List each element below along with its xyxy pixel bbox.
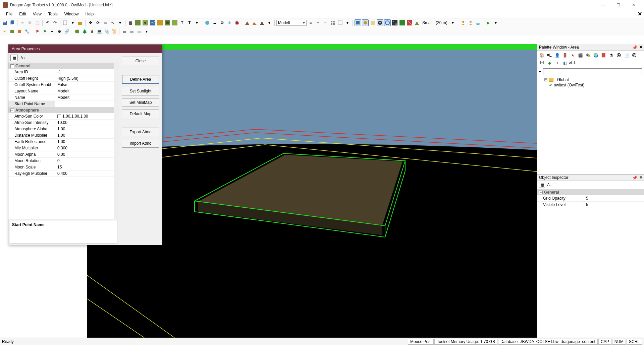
gear2-icon[interactable]: ⚙ <box>56 28 63 35</box>
cloud-icon[interactable]: ☁ <box>211 19 218 26</box>
minimize-button[interactable]: — <box>595 0 610 10</box>
paste-icon[interactable]: 📋 <box>34 19 41 26</box>
view-mode-3-icon[interactable] <box>369 19 376 26</box>
set-sunlight-button[interactable]: Set Sunlight <box>122 87 159 95</box>
alphabetical-icon[interactable]: A↓ <box>546 182 552 188</box>
minus-icon[interactable]: − <box>322 19 329 26</box>
menu-window[interactable]: Window <box>61 11 82 17</box>
layout-combo[interactable]: Modelt <box>276 20 307 26</box>
obj-3-icon[interactable] <box>136 28 143 35</box>
categorized-icon[interactable]: ▦ <box>10 55 18 61</box>
palette-home-icon[interactable]: 🏠 <box>538 52 545 59</box>
inspector-cat-general[interactable]: − General <box>537 189 644 195</box>
mountain-1-icon[interactable] <box>244 19 251 26</box>
terrain-5-icon[interactable] <box>164 19 171 26</box>
trash-icon[interactable] <box>127 19 134 26</box>
palette-diamond-icon[interactable]: ◆ <box>546 60 553 66</box>
mountain-2-icon[interactable] <box>251 19 258 26</box>
link-icon[interactable]: 🔗 <box>63 28 70 35</box>
palette-star-icon[interactable]: ★ <box>569 52 576 59</box>
categorized-icon[interactable]: ▦ <box>539 182 545 188</box>
palette-door-icon[interactable]: 🚪 <box>561 52 568 59</box>
default-map-button[interactable]: Default Map <box>122 110 159 118</box>
box-orange-icon[interactable] <box>16 28 23 35</box>
menu-edit[interactable]: Edit <box>16 11 30 17</box>
close-button[interactable]: Close <box>122 57 159 65</box>
set-minimap-button[interactable]: Set MiniMap <box>122 98 159 107</box>
sparkle-icon[interactable]: ✦ <box>49 28 55 35</box>
view-mode-8-icon[interactable] <box>406 19 413 26</box>
terrain-3-icon[interactable] <box>149 19 156 26</box>
monitor-icon[interactable]: 🖥 <box>89 28 95 35</box>
palette-rl-icon[interactable]: RL <box>546 52 553 59</box>
select-icon[interactable]: ▭ <box>102 19 109 26</box>
open-icon[interactable]: ▾ <box>69 19 76 26</box>
move-icon[interactable]: ✥ <box>87 19 94 26</box>
size-dropdown-icon[interactable]: ▾ <box>449 19 456 26</box>
view-mode-9-icon[interactable] <box>414 19 420 26</box>
palette-book-icon[interactable]: 📕 <box>600 52 607 59</box>
pin-icon[interactable]: 📌 <box>632 45 637 50</box>
redo-icon[interactable]: ↷ <box>52 19 58 26</box>
terrain-4-icon[interactable] <box>157 19 163 26</box>
palette-tree-owltest[interactable]: ✔ owltest (OwlTest) <box>539 82 642 88</box>
define-area-button[interactable]: Define Area <box>122 75 159 84</box>
plus-icon[interactable]: + <box>315 19 321 26</box>
pin-icon[interactable]: 📌 <box>632 176 637 180</box>
palette-a-icon[interactable]: Ⓐ <box>615 52 622 59</box>
script-icon[interactable]: 📜 <box>111 28 117 35</box>
collapse-icon[interactable]: − <box>10 109 14 112</box>
menu-help[interactable]: Help <box>82 11 97 17</box>
chevron-down-icon[interactable]: ▾ <box>539 69 541 74</box>
scrollbar[interactable] <box>114 63 119 219</box>
save-icon[interactable] <box>1 19 8 26</box>
palette-film-icon[interactable]: 🎞 <box>538 60 545 66</box>
pointer-icon[interactable]: ↖ <box>109 19 116 26</box>
dropdown-3-icon[interactable]: ▾ <box>266 19 273 26</box>
grid-icon[interactable] <box>329 19 336 26</box>
palette-mask-icon[interactable]: 🎭 <box>585 52 591 59</box>
view-mode-5-icon[interactable] <box>384 19 391 26</box>
undo-icon[interactable]: ↶ <box>44 19 51 26</box>
palette-music-icon[interactable]: ♪ <box>554 60 560 66</box>
terrain-6-icon[interactable] <box>171 19 178 26</box>
snowflake-icon[interactable]: ❄ <box>226 19 233 26</box>
cut-icon[interactable]: ✂ <box>19 19 26 26</box>
collapse-icon[interactable]: − <box>539 191 543 194</box>
view-mode-1-icon[interactable] <box>355 19 361 26</box>
clip-icon[interactable]: 📎 <box>103 28 110 35</box>
palette-cube-icon[interactable]: ◧ <box>561 60 568 66</box>
water-icon[interactable] <box>204 19 211 26</box>
view-mode-7-icon[interactable] <box>399 19 406 26</box>
menu-view[interactable]: View <box>30 11 45 17</box>
panel-close-icon[interactable]: ✕ <box>639 45 643 50</box>
terrain-2-icon[interactable] <box>142 19 149 26</box>
palette-search-input[interactable] <box>543 68 642 75</box>
cube-icon[interactable] <box>74 28 80 35</box>
rotate-icon[interactable]: ⟳ <box>95 19 101 26</box>
dialog-cat-atmosphere[interactable]: − Atmosphere <box>8 107 119 113</box>
flag-red-icon[interactable]: ⚑ <box>34 28 41 35</box>
box-green-icon[interactable] <box>9 28 15 35</box>
close-button[interactable]: ✕ <box>626 0 641 10</box>
palette-globe-icon[interactable]: 🌍 <box>592 52 599 59</box>
dropdown-2-icon[interactable]: ▾ <box>194 19 200 26</box>
mdi-close-icon[interactable]: ✕ <box>638 11 642 17</box>
align-icon[interactable]: ≡ <box>307 19 314 26</box>
mountain-3-icon[interactable] <box>259 19 265 26</box>
palette-person-icon[interactable]: 👤 <box>554 52 560 59</box>
flag-green-icon[interactable]: ⚑ <box>41 28 48 35</box>
terrain-1-icon[interactable] <box>135 19 141 26</box>
area-properties-dialog[interactable]: Area Properties ▦ A↓ − General Area ID-1… <box>8 44 162 245</box>
obj-1-icon[interactable] <box>121 28 128 35</box>
wrench-icon[interactable]: 🔧 <box>23 28 30 35</box>
text2-icon[interactable]: T <box>186 19 193 26</box>
play-icon[interactable]: ▶ <box>485 19 492 26</box>
person-1-icon[interactable] <box>460 19 467 26</box>
palette-tree-global[interactable]: + _Global <box>539 77 642 82</box>
save-all-icon[interactable] <box>9 19 15 26</box>
panel-close-icon[interactable]: ✕ <box>639 175 643 180</box>
sun-icon[interactable]: ☀ <box>1 28 8 35</box>
ship-icon[interactable] <box>475 19 481 26</box>
palette-clap-icon[interactable]: 🎬 <box>577 52 584 59</box>
